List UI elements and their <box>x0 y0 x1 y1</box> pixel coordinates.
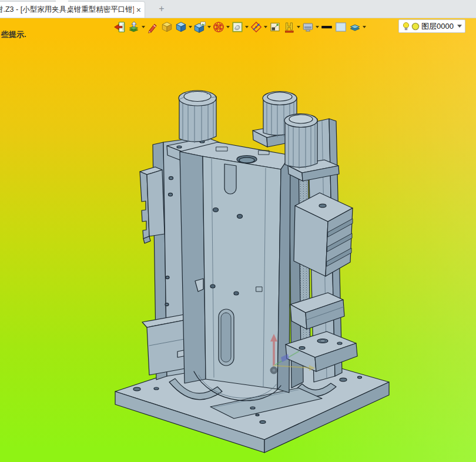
layer-stack-icon[interactable] <box>348 19 366 35</box>
left-jaw-block <box>140 167 165 243</box>
background-color-icon[interactable] <box>334 19 347 35</box>
zoom-window-icon[interactable] <box>269 19 281 35</box>
isometric-view-icon[interactable] <box>160 19 173 35</box>
sketch-pen-icon[interactable] <box>146 19 159 35</box>
insert-datum-icon[interactable] <box>128 19 145 35</box>
wireframe-display-icon[interactable] <box>212 19 230 35</box>
new-tab-button[interactable]: + <box>156 4 167 14</box>
dropdown-caret <box>189 26 192 28</box>
layer-dropdown-caret[interactable] <box>457 25 462 28</box>
dropdown-caret <box>297 26 300 28</box>
right-jaw-block <box>294 193 353 276</box>
dropdown-caret <box>363 26 366 28</box>
exit-environment-icon[interactable] <box>113 19 126 35</box>
section-view-icon[interactable] <box>283 19 300 35</box>
window-edge-artifact <box>56 0 68 2</box>
dropdown-caret <box>226 26 230 28</box>
orient-view-icon[interactable] <box>250 19 267 35</box>
shaded-display-icon[interactable] <box>175 19 192 35</box>
display-monitor-icon[interactable] <box>301 19 319 35</box>
hint-text: 些提示. <box>1 29 26 40</box>
render-style-icon[interactable] <box>231 19 249 35</box>
line-width-icon[interactable] <box>320 19 333 35</box>
dropdown-caret <box>264 26 267 28</box>
tab-title: 钳.Z3 - [小型家用夹具桌钳重型精密平口钳] <box>0 5 134 15</box>
left-knob <box>179 91 216 143</box>
dropdown-caret <box>316 26 319 28</box>
layer-name: 图层0000 <box>421 21 457 32</box>
layer-color-icon <box>411 22 420 31</box>
textured-display-icon[interactable] <box>193 19 211 35</box>
tab-bar: 钳.Z3 - [小型家用夹具桌钳重型精密平口钳] × + <box>0 0 476 18</box>
tab-close-icon[interactable]: × <box>136 6 141 14</box>
layer-selector[interactable]: 图层0000 <box>398 19 465 33</box>
bulb-icon <box>401 21 411 32</box>
dropdown-caret <box>207 26 211 28</box>
vise-model <box>0 0 389 453</box>
3d-viewport[interactable] <box>0 0 476 462</box>
view-toolbar <box>113 19 367 35</box>
dropdown-caret <box>142 26 145 28</box>
dropdown-caret <box>245 26 249 28</box>
document-tab[interactable]: 钳.Z3 - [小型家用夹具桌钳重型精密平口钳] × <box>0 1 145 18</box>
application-window: 钳.Z3 - [小型家用夹具桌钳重型精密平口钳] × + 些提示. <box>0 0 476 462</box>
